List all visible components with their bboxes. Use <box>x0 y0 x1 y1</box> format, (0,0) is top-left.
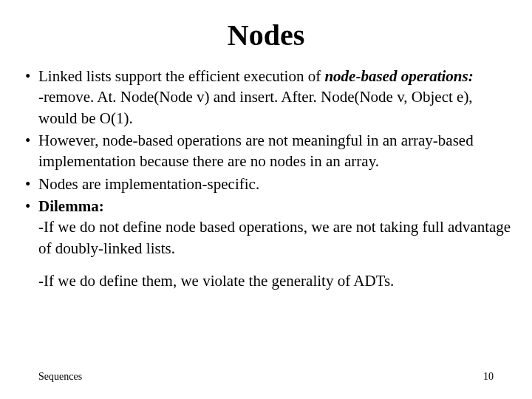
bullet1-line3: would be O(1). <box>38 108 511 129</box>
bullet2-text: However, node-based operations are not m… <box>38 132 474 170</box>
bullet1-emph: node-based operations: <box>324 67 473 85</box>
bullet-item-3: Nodes are implementation-specific. <box>22 174 511 194</box>
bullet3-text: Nodes are implementation-specific. <box>38 175 259 193</box>
bullet-item-2: However, node-based operations are not m… <box>22 130 511 172</box>
bullet4-head: Dilemma: <box>38 197 104 215</box>
footer-page-number: 10 <box>483 371 494 383</box>
slide-footer: Sequences 10 <box>0 371 532 383</box>
slide-title: Nodes <box>21 18 511 52</box>
bullet4-line: -If we do not define node based operatio… <box>38 216 511 259</box>
bullet1-pre: Linked lists support the efficient execu… <box>38 67 324 85</box>
bullet-list: Linked lists support the efficient execu… <box>22 66 511 259</box>
bullet1-line2: -remove. At. Node(Node v) and insert. Af… <box>38 86 511 107</box>
bullet-item-4: Dilemma: -If we do not define node based… <box>22 196 511 259</box>
slide: Nodes Linked lists support the efficient… <box>0 0 532 399</box>
bullet-item-1: Linked lists support the efficient execu… <box>22 66 511 129</box>
extra-paragraph: -If we do define them, we violate the ge… <box>21 270 511 291</box>
footer-left: Sequences <box>38 371 82 383</box>
